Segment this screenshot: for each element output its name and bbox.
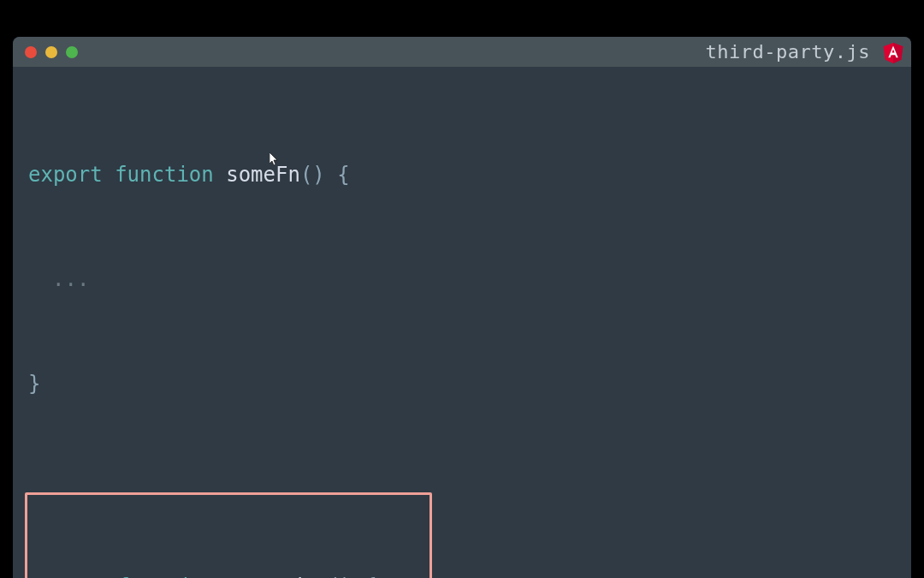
code-line: } [28,366,896,402]
keyword-export: export [28,163,103,187]
function-name: unusedFn [228,575,328,578]
open-brace: { [337,163,349,187]
code-line: export function unusedFn() { [27,569,429,578]
keyword-function: function [115,163,214,187]
keyword-export: export [31,575,105,578]
editor-window: third-party.js export function someFn() … [13,37,911,578]
maximize-window-button[interactable] [66,46,78,58]
open-brace: { [364,575,376,578]
filename-label: third-party.js [706,41,870,63]
code-block-somefn: export function someFn() { ... } [28,87,896,472]
function-name: someFn [226,163,300,187]
code-editor[interactable]: export function someFn() { ... } export … [13,67,911,578]
code-block-unusedfn-highlighted: export function unusedFn() { ... } [25,492,432,578]
parens: () [328,575,352,578]
minimize-window-button[interactable] [45,46,57,58]
code-line: export function someFn() { [28,158,896,193]
traffic-lights [25,46,78,58]
angular-icon [882,40,904,64]
close-brace: } [28,372,40,396]
parens: () [300,163,325,187]
code-line: ... [28,262,896,297]
close-window-button[interactable] [25,46,37,58]
window-titlebar: third-party.js [13,37,911,67]
keyword-function: function [117,575,216,578]
ellipsis: ... [28,267,89,291]
